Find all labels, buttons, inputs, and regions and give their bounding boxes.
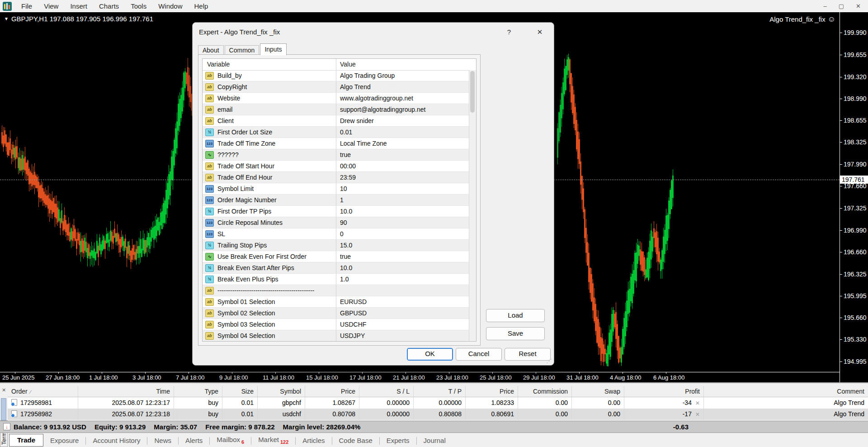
orders-column-header-order[interactable]: Order∕ xyxy=(8,386,78,397)
input-row[interactable]: ½Trailing Stop Pips15.0 xyxy=(203,240,469,251)
input-row[interactable]: abSymbol 03 SelectionUSDCHF xyxy=(203,319,469,330)
input-row[interactable]: 123SL0 xyxy=(203,228,469,240)
maximize-icon[interactable]: ▢ xyxy=(839,3,844,10)
variable-value-cell[interactable]: GBPUSD xyxy=(336,308,469,319)
input-row[interactable]: ½Break Even Plus Pips1.0 xyxy=(203,274,469,285)
input-row[interactable]: abTrade Off End Hour23:59 xyxy=(203,172,469,183)
orders-column-header-symbol[interactable]: Symbol xyxy=(258,386,305,397)
inputs-scrollbar[interactable] xyxy=(469,70,476,341)
input-row[interactable]: 123Symbol Limit10 xyxy=(203,183,469,195)
help-button[interactable]: ? xyxy=(502,26,516,38)
input-row[interactable]: ½First Order Lot Size0.01 xyxy=(203,127,469,138)
variable-value-cell[interactable]: support@algotradinggroup.net xyxy=(336,104,469,115)
input-row[interactable]: ∿??????true xyxy=(203,149,469,161)
terminal-tab-experts[interactable]: Experts xyxy=(380,435,416,447)
input-row[interactable]: ½Break Even Start After Pips10.0 xyxy=(203,262,469,274)
input-row[interactable]: abBuild_byAlgo Trading Group xyxy=(203,70,469,81)
variable-value-cell[interactable]: Algo Trend xyxy=(336,81,469,92)
order-row[interactable]: 1729589822025.08.07 12:23:18buy0.01usdch… xyxy=(8,409,868,420)
terminal-tab-trade[interactable]: Trade xyxy=(9,434,43,447)
variable-value-cell[interactable]: www.algotradinggroup.net xyxy=(336,93,469,104)
input-row[interactable]: ½First Order TP Pips10.0 xyxy=(203,206,469,217)
save-button[interactable]: Save xyxy=(486,327,545,340)
variable-value-cell[interactable]: 1 xyxy=(336,195,469,205)
terminal-close-icon[interactable]: ✕ xyxy=(2,387,6,393)
variable-value-cell[interactable]: true xyxy=(336,251,469,262)
input-row[interactable]: 123Circle Reposal Minutes90 xyxy=(203,217,469,228)
menu-tools[interactable]: Tools xyxy=(125,0,152,12)
variable-value-cell[interactable]: Drew snider xyxy=(336,115,469,126)
orders-column-header-time[interactable]: Time xyxy=(78,386,174,397)
input-row[interactable]: abSymbol 01 SelectionEURUSD xyxy=(203,296,469,308)
orders-column-header-price-current[interactable]: Price xyxy=(466,386,518,397)
input-row[interactable]: abSymbol 02 SelectionGBPUSD xyxy=(203,308,469,319)
variable-value-cell[interactable]: 0.01 xyxy=(336,127,469,138)
menu-charts[interactable]: Charts xyxy=(93,0,125,12)
variable-value-cell[interactable]: 1.0 xyxy=(336,274,469,285)
menu-file[interactable]: File xyxy=(15,0,38,12)
terminal-tab-alerts[interactable]: Alerts xyxy=(179,435,209,447)
input-row[interactable]: abCopyRightAlgo Trend xyxy=(203,81,469,93)
terminal-scrollbar[interactable] xyxy=(1,398,6,420)
variable-value-cell[interactable]: 00:00 xyxy=(336,161,469,171)
variable-value-cell[interactable]: 90 xyxy=(336,217,469,228)
variable-value-cell[interactable] xyxy=(336,285,469,296)
tab-about[interactable]: About xyxy=(198,45,224,55)
input-row[interactable]: abSymbol 04 SelectionUSDJPY xyxy=(203,330,469,341)
variable-value-cell[interactable]: 0 xyxy=(336,228,469,239)
orders-column-header-comment[interactable]: Comment xyxy=(704,386,868,397)
orders-column-header-type[interactable]: Type xyxy=(174,386,222,397)
load-button[interactable]: Load xyxy=(486,309,545,322)
variable-value-cell[interactable]: 15.0 xyxy=(336,240,469,251)
close-order-icon[interactable]: ✕ xyxy=(695,411,700,418)
orders-column-header-commission[interactable]: Commission xyxy=(518,386,572,397)
resize-grip[interactable]: ⋰ xyxy=(546,357,552,364)
variable-value-cell[interactable]: true xyxy=(336,149,469,160)
menu-view[interactable]: View xyxy=(38,0,64,12)
close-order-icon[interactable]: ✕ xyxy=(695,400,700,406)
minimize-icon[interactable]: – xyxy=(824,3,827,10)
cancel-button[interactable]: Cancel xyxy=(456,348,502,361)
ok-button[interactable]: OK xyxy=(407,348,453,361)
variable-value-cell[interactable]: Algo Trading Group xyxy=(336,70,469,81)
tab-inputs[interactable]: Inputs xyxy=(260,43,286,55)
orders-column-header-size[interactable]: Size xyxy=(222,386,258,397)
terminal-tab-market[interactable]: Market122 xyxy=(251,434,295,447)
input-row[interactable]: ab--------------------------------------… xyxy=(203,285,469,296)
scrollbar-thumb[interactable] xyxy=(470,71,475,113)
terminal-tab-mailbox[interactable]: Mailbox6 xyxy=(210,434,251,447)
reset-button[interactable]: Reset xyxy=(505,348,551,361)
variable-value-cell[interactable]: 10.0 xyxy=(336,262,469,273)
input-row[interactable]: abTrade Off Start Hour00:00 xyxy=(203,161,469,172)
close-icon[interactable]: ✕ xyxy=(856,3,861,10)
terminal-tab-code-base[interactable]: Code Base xyxy=(332,435,379,447)
menu-help[interactable]: Help xyxy=(189,0,214,12)
orders-column-header-tp[interactable]: T / P xyxy=(414,386,466,397)
orders-column-header-swap[interactable]: Swap xyxy=(572,386,624,397)
variable-value-cell[interactable]: 23:59 xyxy=(336,172,469,183)
orders-column-header-price[interactable]: Price xyxy=(305,386,359,397)
input-row[interactable]: 123Trade Off Time ZoneLocal Time Zone xyxy=(203,138,469,149)
orders-column-header-profit[interactable]: Profit xyxy=(624,386,704,397)
terminal-tab-exposure[interactable]: Exposure xyxy=(43,435,85,447)
input-row[interactable]: ∿Use Break Even For First Ordertrue xyxy=(203,251,469,262)
terminal-tab-account-history[interactable]: Account History xyxy=(86,435,147,447)
orders-column-header-sl[interactable]: S / L xyxy=(359,386,414,397)
input-row[interactable]: abClientDrew snider xyxy=(203,115,469,127)
tab-common[interactable]: Common xyxy=(225,45,259,55)
variable-value-cell[interactable]: 10.0 xyxy=(336,206,469,217)
menu-insert[interactable]: Insert xyxy=(64,0,93,12)
variable-value-cell[interactable]: 10 xyxy=(336,183,469,194)
variable-value-cell[interactable]: Local Time Zone xyxy=(336,138,469,149)
terminal-tab-articles[interactable]: Articles xyxy=(296,435,331,447)
input-row[interactable]: 123Order Magic Number1 xyxy=(203,195,469,206)
terminal-tab-journal[interactable]: Journal xyxy=(417,435,453,447)
dialog-titlebar[interactable]: Expert - Algo Trend_fix _fix ? ✕ xyxy=(193,23,554,42)
input-row[interactable]: abWebsitewww.algotradinggroup.net xyxy=(203,93,469,104)
variable-value-cell[interactable]: EURUSD xyxy=(336,296,469,307)
dialog-close-button[interactable]: ✕ xyxy=(533,26,547,38)
chevron-down-icon[interactable]: ▼ xyxy=(4,16,9,21)
variable-value-cell[interactable]: USDCHF xyxy=(336,319,469,330)
order-row[interactable]: 1729589812025.08.07 12:23:17buy0.01gbpch… xyxy=(8,397,868,409)
variable-value-cell[interactable]: USDJPY xyxy=(336,330,469,341)
